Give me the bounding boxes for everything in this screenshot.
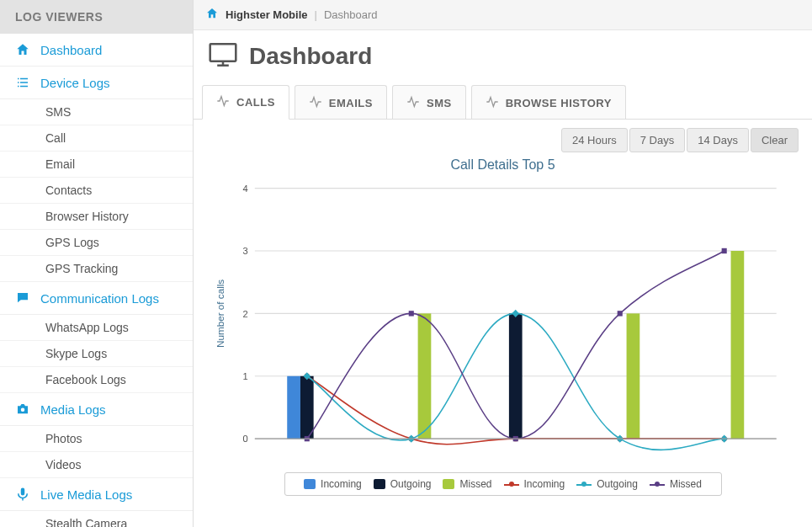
legend-item[interactable]: Incoming xyxy=(504,478,565,490)
legend-item[interactable]: Missed xyxy=(443,478,491,490)
chat-icon xyxy=(15,290,30,306)
sidebar-item-gps-tracking[interactable]: GPS Tracking xyxy=(0,256,193,282)
breadcrumb-primary[interactable]: Highster Mobile xyxy=(226,8,308,21)
sidebar-header: LOG VIEWERS xyxy=(0,0,193,34)
legend-label: Incoming xyxy=(321,478,362,490)
legend-item[interactable]: Incoming xyxy=(304,478,362,490)
home-icon[interactable] xyxy=(205,7,219,23)
legend-swatch xyxy=(576,481,592,487)
sidebar-group-live-media-logs[interactable]: Live Media Logs xyxy=(0,478,193,511)
svg-rect-36 xyxy=(618,311,623,316)
sidebar-item-videos[interactable]: Videos xyxy=(0,452,193,478)
svg-rect-19 xyxy=(509,313,523,439)
call-details-chart: 01234Number of calls xyxy=(212,179,793,466)
legend-item[interactable]: Outgoing xyxy=(576,478,638,490)
sidebar-group-label: Live Media Logs xyxy=(40,487,132,502)
mic-icon xyxy=(15,487,30,502)
range-clear[interactable]: Clear xyxy=(751,128,799,152)
legend-item[interactable]: Outgoing xyxy=(374,478,432,490)
sidebar-group-label: Dashboard xyxy=(40,43,102,57)
sidebar-group-label: Device Logs xyxy=(40,76,110,90)
chart-title: Call Details Top 5 xyxy=(207,157,799,173)
sidebar-group-dashboard[interactable]: Dashboard xyxy=(0,34,193,67)
dashboard-panel: 24 Hours7 Days14 DaysClear Call Details … xyxy=(194,119,812,509)
sidebar-group-media-logs[interactable]: Media Logs xyxy=(0,393,193,426)
sidebar-item-email[interactable]: Email xyxy=(0,152,193,178)
legend-swatch xyxy=(504,481,519,487)
legend-swatch xyxy=(650,481,665,487)
legend-item[interactable]: Missed xyxy=(650,478,702,490)
svg-rect-34 xyxy=(409,311,414,316)
pulse-icon xyxy=(486,95,499,111)
tab-browse-history[interactable]: BROWSE HISTORY xyxy=(471,85,626,120)
sidebar-item-photos[interactable]: Photos xyxy=(0,426,193,452)
legend-swatch xyxy=(374,479,385,489)
camera-icon xyxy=(15,402,30,417)
pulse-icon xyxy=(309,95,322,111)
sidebar-item-gps-logs[interactable]: GPS Logs xyxy=(0,230,193,256)
sidebar: LOG VIEWERS DashboardDevice LogsSMSCallE… xyxy=(0,0,194,527)
main: Highster Mobile | Dashboard Dashboard CA… xyxy=(194,0,812,527)
legend-label: Missed xyxy=(459,478,491,490)
sidebar-group-communication-logs[interactable]: Communication Logs xyxy=(0,282,193,315)
svg-rect-3 xyxy=(210,44,236,61)
sidebar-item-sms[interactable]: SMS xyxy=(0,99,193,125)
svg-rect-37 xyxy=(722,248,727,253)
legend-label: Outgoing xyxy=(597,478,638,490)
sidebar-item-skype-logs[interactable]: Skype Logs xyxy=(0,341,193,367)
chart-legend: IncomingOutgoingMissedIncomingOutgoingMi… xyxy=(284,472,722,496)
range-24-hours[interactable]: 24 Hours xyxy=(561,128,628,152)
svg-point-0 xyxy=(21,408,25,413)
monitor-icon xyxy=(209,42,237,70)
svg-text:2: 2 xyxy=(242,308,247,318)
tab-calls[interactable]: CALLS xyxy=(202,85,289,120)
svg-text:4: 4 xyxy=(242,184,248,194)
breadcrumb: Highster Mobile | Dashboard xyxy=(194,0,812,30)
sidebar-nav: DashboardDevice LogsSMSCallEmailContacts… xyxy=(0,34,193,527)
breadcrumb-secondary[interactable]: Dashboard xyxy=(324,8,378,21)
tab-label: EMAILS xyxy=(329,97,373,109)
legend-label: Missed xyxy=(670,478,702,490)
list-icon xyxy=(15,75,30,90)
sidebar-item-call[interactable]: Call xyxy=(0,125,193,152)
tab-emails[interactable]: EMAILS xyxy=(295,85,387,120)
legend-label: Outgoing xyxy=(390,478,432,490)
svg-rect-21 xyxy=(627,313,640,439)
svg-text:1: 1 xyxy=(242,371,247,381)
legend-label: Incoming xyxy=(524,478,565,490)
legend-swatch xyxy=(304,479,316,489)
sidebar-item-facebook-logs[interactable]: Facebook Logs xyxy=(0,367,193,393)
range-14-days[interactable]: 14 Days xyxy=(687,128,749,152)
tab-label: SMS xyxy=(427,97,452,109)
breadcrumb-separator: | xyxy=(315,8,317,21)
sidebar-item-whatsapp-logs[interactable]: WhatsApp Logs xyxy=(0,315,193,341)
legend-swatch xyxy=(443,479,454,489)
svg-text:0: 0 xyxy=(242,434,247,444)
sidebar-item-browser-history[interactable]: Browser History xyxy=(0,204,193,230)
range-buttons: 24 Hours7 Days14 DaysClear xyxy=(207,128,799,152)
svg-rect-20 xyxy=(418,313,432,439)
page-title-row: Dashboard xyxy=(194,30,812,85)
pulse-icon xyxy=(216,94,230,110)
svg-rect-18 xyxy=(300,376,314,439)
sidebar-group-device-logs[interactable]: Device Logs xyxy=(0,67,193,99)
tab-sms[interactable]: SMS xyxy=(392,85,466,120)
svg-rect-22 xyxy=(731,251,745,439)
sidebar-group-label: Communication Logs xyxy=(40,291,159,306)
home-icon xyxy=(15,42,30,57)
page-title: Dashboard xyxy=(249,43,372,70)
chart-container: 01234Number of calls xyxy=(207,179,799,466)
svg-text:3: 3 xyxy=(242,246,247,256)
tabs: CALLSEMAILSSMSBROWSE HISTORY xyxy=(194,85,812,120)
svg-text:Number of calls: Number of calls xyxy=(215,279,226,348)
range-7-days[interactable]: 7 Days xyxy=(629,128,685,152)
sidebar-item-stealth-camera[interactable]: Stealth Camera xyxy=(0,511,193,527)
sidebar-group-label: Media Logs xyxy=(40,402,106,417)
tab-label: BROWSE HISTORY xyxy=(506,97,612,109)
sidebar-item-contacts[interactable]: Contacts xyxy=(0,178,193,204)
svg-rect-17 xyxy=(287,376,300,439)
tab-label: CALLS xyxy=(236,96,275,109)
pulse-icon xyxy=(406,95,420,111)
